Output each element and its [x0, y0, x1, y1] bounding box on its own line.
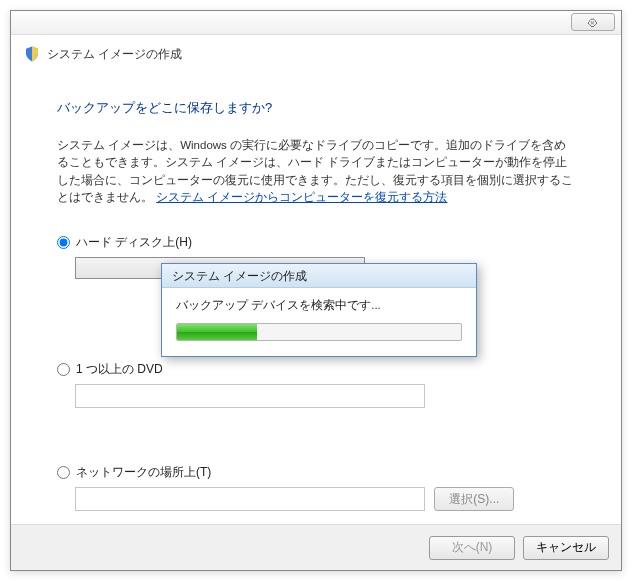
next-button[interactable]: 次へ(N)	[429, 536, 515, 560]
select-button[interactable]: 選択(S)...	[434, 487, 514, 511]
radio-hard-disk-label: ハード ディスク上(H)	[76, 234, 192, 251]
option-network: ネットワークの場所上(T) 選択(S)...	[57, 464, 575, 511]
option-dvd: 1 つ以上の DVD	[57, 361, 575, 408]
radio-dvd[interactable]	[57, 363, 70, 376]
progress-bar	[176, 323, 462, 341]
footer: 次へ(N) キャンセル	[11, 524, 621, 570]
network-path-input[interactable]	[75, 487, 425, 511]
close-button[interactable]: ⮾	[571, 13, 615, 31]
header: システム イメージの作成	[11, 35, 621, 71]
dvd-path-input[interactable]	[75, 384, 425, 408]
close-icon: ⮾	[588, 17, 598, 28]
progress-dialog-title: システム イメージの作成	[162, 264, 476, 288]
progress-fill	[177, 324, 257, 340]
page-description: システム イメージは、Windows の実行に必要なドライブのコピーです。追加の…	[57, 137, 575, 206]
radio-hard-disk[interactable]	[57, 236, 70, 249]
progress-dialog: システム イメージの作成 バックアップ デバイスを検索中です...	[161, 263, 477, 357]
titlebar: ⮾	[11, 11, 621, 35]
page-question: バックアップをどこに保存しますか?	[57, 99, 575, 117]
radio-dvd-label: 1 つ以上の DVD	[76, 361, 163, 378]
header-title: システム イメージの作成	[47, 46, 182, 63]
progress-dialog-body: バックアップ デバイスを検索中です...	[162, 288, 476, 351]
cancel-button[interactable]: キャンセル	[523, 536, 609, 560]
radio-network-label: ネットワークの場所上(T)	[76, 464, 211, 481]
radio-network[interactable]	[57, 466, 70, 479]
wizard-window: ⮾ システム イメージの作成 バックアップをどこに保存しますか? システム イメ…	[10, 10, 622, 571]
shield-icon	[23, 45, 41, 63]
help-link[interactable]: システム イメージからコンピューターを復元する方法	[156, 191, 447, 203]
progress-status-text: バックアップ デバイスを検索中です...	[176, 298, 462, 313]
